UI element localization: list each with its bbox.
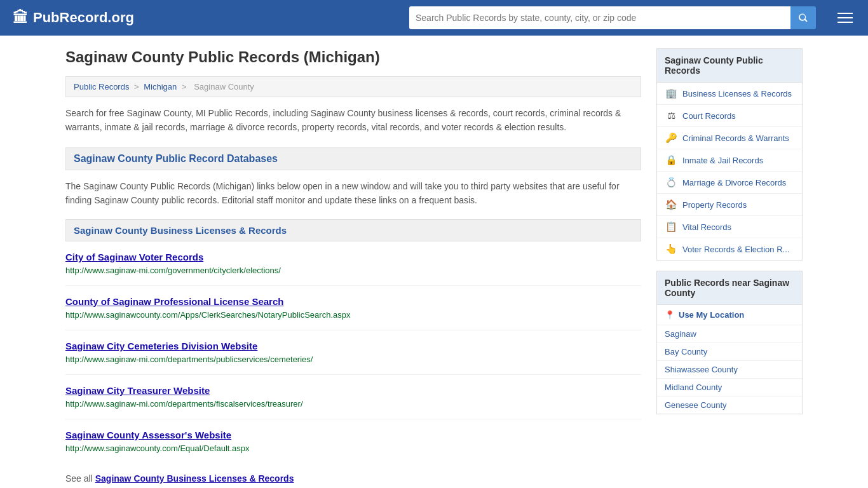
sidebar-nearby-box: Public Records near Saginaw County 📍 Use…	[656, 271, 803, 414]
sidebar-item-label: Marriage & Divorce Records	[682, 178, 786, 187]
see-all-link[interactable]: Saginaw County Business Licenses & Recor…	[95, 473, 294, 484]
sidebar-item-icon: 💍	[665, 177, 677, 188]
record-url: http://www.saginaw-mi.com/departments/fi…	[65, 399, 303, 409]
sidebar: Saginaw County Public Records 🏢 Business…	[656, 48, 803, 484]
record-title[interactable]: Saginaw City Treasurer Website	[65, 385, 641, 396]
sidebar-item-label: Business Licenses & Records	[682, 89, 792, 98]
sidebar-menu-item[interactable]: 🔑 Criminal Records & Warrants	[657, 127, 802, 149]
nearby-counties-list: SaginawBay CountyShiawassee CountyMidlan…	[657, 325, 802, 414]
nearby-county-link[interactable]: Midland County	[657, 379, 802, 396]
sidebar-menu-item[interactable]: 📋 Vital Records	[657, 216, 802, 238]
sidebar-item-label: Vital Records	[682, 222, 731, 232]
nearby-county-link[interactable]: Genesee County	[657, 396, 802, 414]
nearby-county-link[interactable]: Bay County	[657, 343, 802, 361]
sidebar-public-records-box: Saginaw County Public Records 🏢 Business…	[656, 48, 803, 261]
sidebar-item-label: Voter Records & Election R...	[682, 245, 789, 254]
breadcrumb-link-public-records[interactable]: Public Records	[74, 82, 129, 92]
record-title[interactable]: Saginaw County Assessor's Website	[65, 430, 641, 440]
sidebar-item-label: Criminal Records & Warrants	[682, 133, 789, 143]
sidebar-item-icon: 🏢	[665, 88, 677, 99]
business-section-header: Saginaw County Business Licenses & Recor…	[65, 219, 641, 241]
menu-button[interactable]	[835, 10, 855, 25]
logo-text: PubRecord.org	[33, 10, 134, 26]
hamburger-line	[837, 13, 853, 14]
building-icon: 🏛	[13, 9, 28, 27]
sidebar-item-icon: ⚖	[665, 110, 677, 121]
content-area: Saginaw County Public Records (Michigan)…	[65, 48, 641, 484]
hamburger-line	[837, 17, 853, 18]
use-location-label: Use My Location	[679, 310, 744, 320]
sidebar-menu-item[interactable]: 🏢 Business Licenses & Records	[657, 83, 802, 105]
record-title[interactable]: City of Saginaw Voter Records	[65, 252, 641, 262]
page-description: Search for free Saginaw County, MI Publi…	[65, 106, 641, 135]
record-entry: County of Saginaw Professional License S…	[65, 296, 641, 330]
sidebar-item-icon: 📋	[665, 221, 677, 233]
search-icon	[797, 12, 809, 24]
search-button[interactable]	[790, 6, 816, 29]
use-location-button[interactable]: 📍 Use My Location	[657, 305, 802, 325]
site-header: 🏛 PubRecord.org	[0, 0, 868, 36]
search-area	[409, 6, 816, 29]
sidebar-item-icon: 👆	[665, 243, 677, 255]
sidebar-menu-item[interactable]: 💍 Marriage & Divorce Records	[657, 172, 802, 194]
record-entry: Saginaw City Treasurer Website http://ww…	[65, 385, 641, 419]
breadcrumb: Public Records > Michigan > Saginaw Coun…	[65, 76, 641, 97]
nearby-county-link[interactable]: Saginaw	[657, 325, 802, 343]
location-pin-icon: 📍	[665, 310, 675, 320]
sidebar-menu-item[interactable]: 👆 Voter Records & Election R...	[657, 238, 802, 260]
sidebar-item-icon: 🏠	[665, 199, 677, 210]
record-entry: Saginaw City Cemeteries Division Website…	[65, 341, 641, 375]
sidebar-public-records-header: Saginaw County Public Records	[657, 49, 802, 83]
sidebar-nearby-header: Public Records near Saginaw County	[657, 271, 802, 305]
record-entry: City of Saginaw Voter Records http://www…	[65, 252, 641, 286]
record-title[interactable]: County of Saginaw Professional License S…	[65, 296, 641, 307]
record-url: http://www.saginaw-mi.com/departments/pu…	[65, 355, 313, 364]
breadcrumb-separator: >	[134, 82, 141, 92]
hamburger-line	[837, 22, 853, 23]
sidebar-menu: 🏢 Business Licenses & Records ⚖ Court Re…	[657, 83, 802, 260]
record-title[interactable]: Saginaw City Cemeteries Division Website	[65, 341, 641, 351]
sidebar-item-icon: 🔒	[665, 154, 677, 166]
sidebar-menu-item[interactable]: 🔒 Inmate & Jail Records	[657, 149, 802, 172]
breadcrumb-current: Saginaw County	[194, 82, 254, 92]
records-list: City of Saginaw Voter Records http://www…	[65, 252, 641, 463]
databases-section-header: Saginaw County Public Record Databases	[65, 147, 641, 170]
breadcrumb-separator: >	[182, 82, 189, 92]
record-url: http://www.saginawcounty.com/Apps/ClerkS…	[65, 310, 350, 320]
databases-description: The Saginaw County Public Records (Michi…	[65, 179, 641, 208]
page-title: Saginaw County Public Records (Michigan)	[65, 48, 641, 66]
sidebar-item-label: Property Records	[682, 200, 747, 210]
sidebar-menu-item[interactable]: ⚖ Court Records	[657, 105, 802, 127]
sidebar-item-icon: 🔑	[665, 132, 677, 144]
search-input[interactable]	[409, 6, 790, 29]
sidebar-menu-item[interactable]: 🏠 Property Records	[657, 194, 802, 216]
see-all-text: See all Saginaw County Business Licenses…	[65, 473, 641, 484]
record-url: http://www.saginaw-mi.com/government/cit…	[65, 266, 281, 275]
sidebar-item-label: Inmate & Jail Records	[682, 156, 763, 165]
main-container: Saginaw County Public Records (Michigan)…	[53, 36, 815, 488]
record-entry: Saginaw County Assessor's Website http:/…	[65, 430, 641, 463]
record-url: http://www.saginawcounty.com/Equal/Defau…	[65, 444, 250, 453]
sidebar-item-label: Court Records	[682, 111, 736, 121]
nearby-county-link[interactable]: Shiawassee County	[657, 361, 802, 379]
logo[interactable]: 🏛 PubRecord.org	[13, 9, 134, 27]
breadcrumb-link-michigan[interactable]: Michigan	[144, 82, 177, 92]
